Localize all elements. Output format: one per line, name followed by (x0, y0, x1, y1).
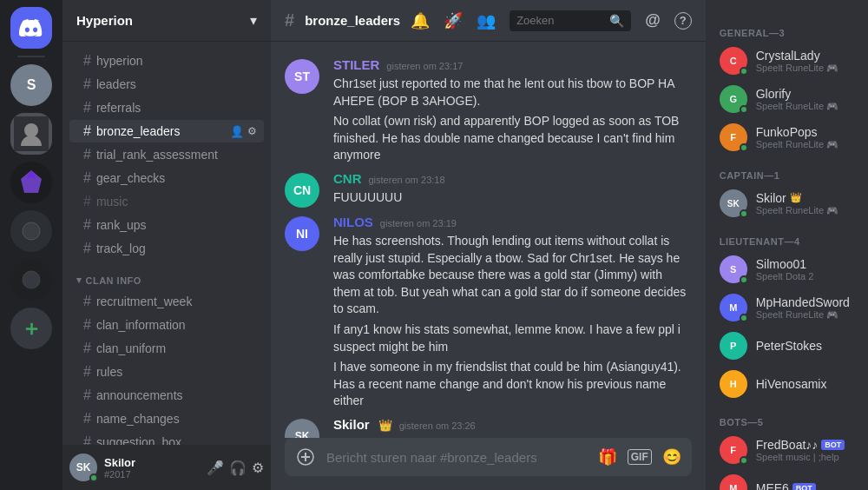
add-server-button[interactable]: ＋ (10, 308, 52, 349)
channel-item-referrals[interactable]: # referrals (69, 96, 264, 119)
message-input[interactable] (326, 450, 588, 465)
channel-item-bronze-leaders[interactable]: # bronze_leaders 👤 ⚙ (69, 120, 264, 142)
chat-input-actions: 🎁 GIF 😊 (598, 447, 681, 467)
member-item[interactable]: G Glorify Speelt RuneLite 🎮 (713, 80, 868, 118)
server-header[interactable]: Hyperion ▾ (62, 0, 271, 42)
channel-item-music[interactable]: # music (69, 190, 264, 213)
channel-item-rules[interactable]: # rules (69, 361, 264, 383)
settings-icon[interactable]: ⚙ (252, 460, 264, 476)
channel-item-track-log[interactable]: # track_log (69, 237, 264, 260)
message-group: ST STILER gisteren om 23:17 Chr1set just… (271, 56, 706, 166)
channel-item-recruitment[interactable]: # recruitment_week (69, 290, 264, 313)
message-author[interactable]: Skilor (333, 417, 370, 432)
message-group: SK Skilor 👑 gisteren om 23:26 ora s loha… (271, 415, 706, 438)
message-text: He has screenshots. Though lending out i… (333, 233, 692, 410)
member-info: MpHandedSword Speelt RuneLite 🎮 (756, 295, 868, 321)
search-input[interactable] (516, 14, 604, 27)
discord-home-button[interactable] (10, 7, 52, 49)
channel-name: track_log (96, 242, 257, 255)
search-box[interactable]: 🔍 (510, 10, 631, 31)
hash-icon: # (83, 123, 91, 139)
bell-icon[interactable]: 🔔 (411, 11, 430, 30)
member-info: Skilor 👑 Speelt RuneLite 🎮 (756, 191, 868, 216)
boost-icon[interactable]: 🚀 (444, 11, 463, 30)
member-item[interactable]: F FunkoPops Speelt RuneLite 🎮 (713, 118, 868, 156)
channel-list: # hyperion # leaders # referrals # bronz… (62, 42, 271, 445)
member-category-general: GENERAL—3 (713, 14, 868, 42)
message-author[interactable]: CNR (333, 171, 362, 186)
gif-icon[interactable]: GIF (628, 449, 652, 465)
messages-container: ST STILER gisteren om 23:17 Chr1set just… (271, 42, 706, 438)
channel-name: rules (96, 365, 257, 379)
add-member-icon[interactable]: 👤 (230, 125, 244, 138)
avatar: F (720, 436, 747, 464)
search-icon: 🔍 (609, 14, 624, 28)
channel-name: trial_rank_assessment (96, 148, 257, 162)
message-content: Skilor 👑 gisteren om 23:26 ora s loha is… (333, 417, 692, 438)
channel-item-clan-info[interactable]: # clan_information (69, 314, 264, 336)
chevron-icon: ▾ (76, 275, 82, 286)
status-indicator (89, 473, 98, 482)
avatar: SK (285, 419, 319, 438)
message-header: STILER gisteren om 23:17 (333, 57, 692, 72)
member-item[interactable]: M MEE6 BOT (713, 469, 868, 490)
at-icon[interactable]: @ (645, 11, 661, 30)
server-icon-s[interactable]: S (10, 64, 52, 106)
channel-name: hyperion (96, 54, 257, 68)
member-item[interactable]: SK Skilor 👑 Speelt RuneLite 🎮 (713, 184, 868, 222)
server-icon-dark[interactable] (10, 259, 52, 301)
member-item[interactable]: C CrystalLady Speelt RuneLite 🎮 (713, 42, 868, 80)
status-indicator (740, 209, 748, 218)
server-icon-wolf[interactable] (10, 162, 52, 203)
member-status: Speelt RuneLite 🎮 (756, 63, 868, 74)
channel-name: music (96, 195, 257, 209)
channel-item-trial-rank[interactable]: # trial_rank_assessment (69, 143, 264, 166)
channel-item-name-changes[interactable]: # name_changes (69, 407, 264, 430)
server-icon-hyperion[interactable] (10, 113, 52, 155)
channel-name: recruitment_week (96, 295, 257, 308)
message-header: NILOS gisteren om 23:19 (333, 215, 692, 229)
members-icon[interactable]: 👥 (477, 11, 496, 30)
status-indicator (740, 456, 748, 465)
attach-file-button[interactable] (295, 447, 316, 467)
channel-item-rank-ups[interactable]: # rank_ups (69, 214, 264, 236)
channel-item-clan-uniform[interactable]: # clan_uniform (69, 337, 264, 360)
member-category-bots: BOTS—5 (713, 403, 868, 431)
message-author[interactable]: NILOS (333, 215, 373, 229)
gear-icon[interactable]: ⚙ (247, 125, 257, 138)
mute-icon[interactable]: 🎤 (207, 460, 224, 476)
hash-icon: # (83, 170, 91, 186)
member-item[interactable]: M MpHandedSword Speelt RuneLite 🎮 (713, 288, 868, 327)
hash-icon: # (83, 194, 91, 209)
avatar: F (720, 123, 747, 151)
member-item[interactable]: F FredBoat♪♪ BOT Speelt music | ;help (713, 431, 868, 469)
channel-item-leaders[interactable]: # leaders (69, 73, 264, 96)
channel-item-announcements[interactable]: # announcements (69, 384, 264, 407)
channel-item-gear-checks[interactable]: # gear_checks (69, 167, 264, 189)
deafen-icon[interactable]: 🎧 (229, 460, 247, 476)
channel-item-suggestion-box[interactable]: # suggestion_box (69, 431, 264, 445)
member-info: MEE6 BOT (756, 481, 868, 490)
message-content: CNR gisteren om 23:18 FUUUUUUU (333, 171, 692, 208)
help-icon[interactable]: ? (674, 12, 692, 30)
member-item[interactable]: P PeterStokes (713, 327, 868, 365)
channel-action-icons: 👤 ⚙ (230, 125, 257, 138)
category-clan-info[interactable]: ▾ CLAN INFO (62, 261, 271, 289)
avatar: ST (285, 59, 319, 94)
server-icon-circle[interactable] (10, 210, 52, 252)
message-time: gisteren om 23:18 (369, 175, 445, 185)
member-item[interactable]: H HiVenosamix (713, 365, 868, 403)
bot-badge: BOT (821, 440, 845, 450)
gift-icon[interactable]: 🎁 (598, 447, 617, 467)
hash-icon: # (83, 434, 91, 445)
avatar: C (720, 47, 747, 75)
channel-name: gear_checks (96, 171, 257, 185)
message-time: gisteren om 23:17 (386, 61, 463, 71)
channel-name: leaders (96, 77, 257, 91)
emoji-icon[interactable]: 😊 (662, 447, 681, 467)
message-text: Chr1set just reported to me that he lent… (333, 76, 692, 164)
message-author[interactable]: STILER (333, 57, 379, 72)
channel-item-hyperion[interactable]: # hyperion (69, 50, 264, 72)
member-item[interactable]: S Silmoo01 Speelt Dota 2 (713, 250, 868, 288)
member-name: HiVenosamix (756, 377, 868, 391)
